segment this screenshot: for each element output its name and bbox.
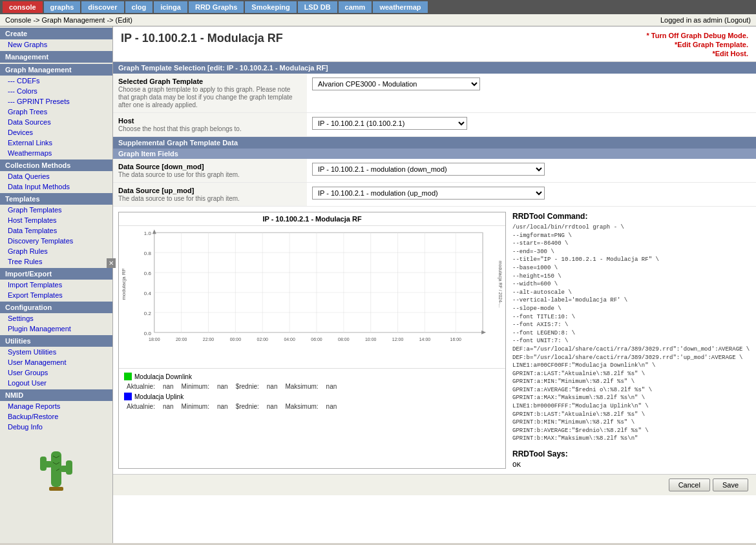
main-layout: Create New Graphs Management Graph Manag… [0,26,756,543]
breadcrumb-bar: Console -> Graph Management -> (Edit) Lo… [0,14,756,26]
sidebar-item-weathermaps[interactable]: Weathermaps [0,148,112,158]
sidebar-item-external-links[interactable]: External Links [0,138,112,148]
edit-host-action[interactable]: *Edit Host. [647,50,748,57]
graph-title-bar: IP - 10.100.2.1 - Modulacja RF [119,212,505,226]
uplink-minimum-value: nan [217,403,228,410]
downlink-srednie-label: $rednie: [236,383,259,390]
sidebar-item-new-graphs[interactable]: New Graphs [0,39,112,50]
selected-graph-template-select[interactable]: Alvarion CPE3000 - Modulation [312,77,480,90]
data-source-up-select[interactable]: IP - 10.100.2.1 - modulation (up_mod) [312,187,545,200]
nav-tab-weathermap[interactable]: weathermap [373,1,427,13]
rrd-command-text: /usr/local/bin/rrdtool graph - \ --imgfo… [512,223,751,443]
save-button[interactable]: Save [713,478,748,491]
nav-tab-smokeping[interactable]: Smokeping [245,1,296,13]
sidebar-item-gprint-presets[interactable]: --- GPRINT Presets [0,96,112,107]
sidebar-item-data-templates[interactable]: Data Templates [0,225,112,236]
breadcrumb: Console -> Graph Management -> (Edit) [5,16,132,24]
sidebar-item-export-templates[interactable]: Export Templates [0,290,112,300]
sidebar-item-devices[interactable]: Devices [0,127,112,138]
sidebar-item-logout-user[interactable]: Logout User [0,378,112,388]
svg-text:12:00: 12:00 [392,337,404,342]
sidebar-item-plugin-management[interactable]: Plugin Management [0,324,112,334]
sidebar-item-data-queries[interactable]: Data Queries [0,171,112,181]
host-control-cell: IP - 10.100.2.1 (10.100.2.1) [307,113,756,137]
selected-graph-template-desc: Choose a graph template to apply to this… [118,86,293,108]
svg-text:06:00: 06:00 [311,337,322,342]
nav-tab-clog[interactable]: clog [125,1,153,13]
sidebar-item-data-input-methods[interactable]: Data Input Methods [0,181,112,192]
sidebar-item-graph-trees[interactable]: Graph Trees [0,107,112,117]
nav-tab-lsddb[interactable]: LSD DB [298,1,337,13]
sidebar-item-graph-templates[interactable]: Graph Templates [0,205,112,215]
host-select[interactable]: IP - 10.100.2.1 (10.100.2.1) [312,117,467,130]
downlink-srednie-value: nan [267,383,278,390]
nav-tab-console[interactable]: console [3,1,43,13]
svg-text:04:00: 04:00 [284,337,295,342]
nav-tab-rrdgraphs[interactable]: RRD Graphs [189,1,244,13]
nav-tab-graphs[interactable]: graphs [44,1,81,13]
sidebar-item-discovery-templates[interactable]: Discovery Templates [0,236,112,246]
svg-text:20:00: 20:00 [176,337,187,342]
nav-tab-icinga[interactable]: icinga [154,1,187,13]
sidebar-section-collection-methods: Collection Methods [0,159,112,171]
sidebar-item-import-templates[interactable]: Import Templates [0,280,112,290]
sidebar-section-configuration: Configuration [0,302,112,313]
svg-text:22:00: 22:00 [203,337,215,342]
data-source-down-control-cell: IP - 10.100.2.1 - modulation (down_mod) [307,159,756,183]
svg-text:modulacja RF / 2024-...: modulacja RF / 2024-... [498,261,503,307]
data-source-up-label: Data Source [up_mod] [118,187,302,194]
login-status: Logged in as admin (Logout) [660,16,751,24]
sidebar-item-colors[interactable]: --- Colors [0,86,112,96]
svg-text:02:00: 02:00 [257,337,269,342]
cancel-button[interactable]: Cancel [669,478,710,491]
sidebar-section-utilities: Utilities [0,335,112,347]
uplink-maksimum-value: nan [326,403,337,410]
nav-tab-discover[interactable]: discover [81,1,123,13]
supplemental-section-header: Supplemental Graph Template Data [113,137,756,149]
bottom-bar: Cancel Save [113,474,756,495]
sidebar-item-settings[interactable]: Settings [0,313,112,324]
turn-off-debug-action[interactable]: * Turn Off Graph Debug Mode. [647,32,748,39]
sidebar-item-backup-restore[interactable]: Backup/Restore [0,411,112,422]
edit-graph-template-action[interactable]: *Edit Graph Template. [647,41,748,48]
host-label-cell: Host Choose the host that this graph bel… [113,113,307,137]
legend-downlink: Modulacja Downlink [124,373,500,380]
selected-graph-template-label: Selected Graph Template [118,77,302,85]
svg-text:modulacja RF: modulacja RF [121,268,127,300]
svg-text:1.0: 1.0 [144,231,152,236]
sidebar-item-debug-info[interactable]: Debug Info [0,422,112,432]
graph-template-form: Selected Graph Template Choose a graph t… [113,74,756,137]
downlink-minimum-label: Minimum: [182,383,209,390]
data-source-down-label-cell: Data Source [down_mod] The data source t… [113,159,307,183]
page-actions: * Turn Off Graph Debug Mode. *Edit Graph… [647,32,748,59]
uplink-srednie-value: nan [267,403,278,410]
page-header: IP - 10.100.2.1 - Modulacja RF * Turn Of… [113,26,756,62]
sidebar-item-system-utilities[interactable]: System Utilities [0,347,112,357]
nav-tab-camm[interactable]: camm [339,1,372,13]
sidebar-close-button[interactable]: ✕ [107,258,116,268]
host-label: Host [118,117,302,125]
svg-rect-2 [40,457,47,471]
host-desc: Choose the host that this graph belongs … [118,125,242,132]
sidebar-item-data-sources[interactable]: Data Sources [0,117,112,127]
downlink-minimum-value: nan [217,383,228,390]
downlink-maksimum-label: Maksimum: [285,383,318,390]
sidebar-item-graph-rules[interactable]: Graph Rules [0,246,112,256]
sidebar-item-tree-rules[interactable]: Tree Rules [0,256,112,267]
uplink-aktualnie-value: nan [163,403,174,410]
top-navigation: console graphs discover clog icinga RRD … [0,0,756,14]
sidebar-item-user-groups[interactable]: User Groups [0,367,112,378]
supplemental-form: Data Source [down_mod] The data source t… [113,159,756,207]
sidebar-item-manage-reports[interactable]: Manage Reports [0,401,112,411]
svg-text:0.4: 0.4 [144,291,152,296]
svg-text:0.0: 0.0 [144,331,152,336]
svg-text:16:00: 16:00 [450,337,462,342]
sidebar-item-host-templates[interactable]: Host Templates [0,215,112,225]
uplink-minimum-label: Minimum: [182,403,209,410]
data-source-down-select[interactable]: IP - 10.100.2.1 - modulation (down_mod) [312,163,545,176]
sidebar-item-user-management[interactable]: User Management [0,357,112,367]
host-row: Host Choose the host that this graph bel… [113,113,756,137]
downlink-maksimum-value: nan [326,383,337,390]
sidebar-item-cdefs[interactable]: --- CDEFs [0,76,112,86]
uplink-aktualnie-label: Aktualnie: [127,403,155,410]
